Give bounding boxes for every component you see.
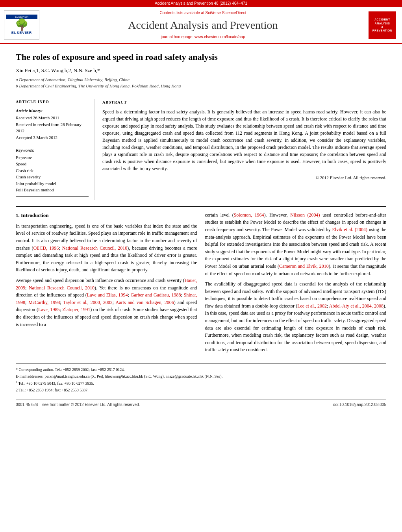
article-info-panel: ARTICLE INFO Article history: Received 2… [16,99,94,200]
revised-date: Received in revised form 28 February 201… [16,121,89,134]
sciverse-name[interactable]: SciVerse ScienceDirect [206,11,246,15]
authors-text: Xin Pei a,1, S.C. Wong b,2, N.N. Sze b,* [16,67,100,73]
keyword-2: Speed [16,161,89,167]
ref-lave[interactable]: Lave and Elias, 1994 [87,292,128,298]
ref-garber[interactable]: Garber and Gadirau, 1988 [131,292,181,298]
footnote-tel1: 1 Tel.: +86 10 6279 5043; fax: +86 10 62… [16,380,386,386]
journal-citation-bar: Accident Analysis and Prevention 48 (201… [0,0,402,7]
body-left-col: 1. Introduction In transportation engine… [16,211,197,357]
history-label: Article history: [16,108,89,114]
authors-line: Xin Pei a,1, S.C. Wong b,2, N.N. Sze b,* [16,67,386,74]
elsevier-logo: ELSEVIER 🌳 ELSEVIER [4,10,39,40]
body-para-2: Average speed and speed dispersion both … [16,277,197,328]
divider-1 [16,144,89,144]
body-section: 1. Introduction In transportation engine… [16,206,386,408]
journal-title: Accident Analysis and Prevention [128,17,278,33]
homepage-url[interactable]: www.elsevier.com/locate/aap [195,35,245,39]
abstract-heading: ABSTRACT [102,99,386,105]
abstract-text: Speed is a determining factor in road sa… [102,108,386,172]
article-info-heading: ARTICLE INFO [16,99,89,105]
ref-taylor[interactable]: Taylor et al., 2000, 2002 [63,300,112,305]
accepted-date: Accepted 3 March 2012 [16,134,89,141]
body-two-column: 1. Introduction In transportation engine… [16,211,386,357]
body-para-1: In transportation engineering, speed is … [16,222,197,274]
ref-oecd[interactable]: OECD, 1996 [33,245,59,251]
page-footer: 0001-4575/$ – see front matter © 2012 El… [16,399,386,408]
affiliation-b: b Department of Civil Engineering, The U… [16,83,386,89]
body-para-4: The availability of disaggregated speed … [205,280,387,354]
body-para-3: certain level (Solomon, 1964). However, … [205,211,387,277]
ref-abdel[interactable]: Abdel-Aty et al., 2004, 2008 [329,303,383,309]
journal-center-header: Contents lists available at SciVerse Sci… [43,10,363,40]
footnotes-section: * Corresponding author. Tel.: +852 2859 … [16,363,386,393]
divider-2 [16,196,89,197]
journal-logo-text: ACCIDENTANALYSIS&PREVENTION [372,18,393,32]
ref-aarts[interactable]: Aarts and van Schagen, 2006 [116,300,174,305]
homepage-link[interactable]: journal homepage: www.elsevier.com/locat… [161,34,245,40]
abstract-panel: ABSTRACT Speed is a determining factor i… [102,99,386,200]
ref-zlatoper[interactable]: Zlatoper, 1991 [62,307,90,312]
keyword-5: Joint probability model [16,180,89,187]
ref-solomon[interactable]: Solomon, 1964 [234,212,264,218]
journal-citation: Accident Analysis and Prevention 48 (201… [155,1,247,6]
elsevier-tree-icon: 🌳 [15,19,29,30]
footnote-email: E-mail addresses: peixn@mail.tsinghua.ed… [16,373,386,379]
footer-doi: doi:10.1016/j.aap.2012.03.005 [333,402,386,408]
keyword-3: Crash risk [16,167,89,174]
footnote-tel1-text: Tel.: +86 10 6279 5043; fax: +86 10 6277… [19,381,94,386]
keyword-4: Crash severity [16,174,89,180]
main-content: The roles of exposure and speed in road … [0,44,402,415]
journal-header: ELSEVIER 🌳 ELSEVIER Contents lists avail… [0,7,402,44]
section1-heading: 1. Introduction [16,211,197,219]
keyword-6: Full Bayesian method [16,187,89,193]
journal-logo-box: ACCIDENTANALYSIS&PREVENTION [369,11,396,39]
copyright-text: © 2012 Elsevier Ltd. All rights reserved… [102,174,386,181]
ref-nilsson[interactable]: Nilsson (2004) [290,212,320,218]
body-right-col: certain level (Solomon, 1964). However, … [205,211,387,357]
journal-logo-right: ACCIDENTANALYSIS&PREVENTION [367,10,398,40]
footnote-note2: 2 Tel.: +852 2859 1964; fax: +852 2559 5… [16,387,386,393]
ref-lave2[interactable]: Lave, 1985 [38,307,60,312]
keyword-1: Exposure [16,154,89,161]
keywords-label: Keywords: [16,147,89,153]
ref-mccarthy[interactable]: McCarthy, 1998 [28,300,60,305]
ref-nrc2[interactable]: National Research Council, 2010 [29,285,94,291]
ref-lee[interactable]: Lee et al., 2002 [297,303,327,309]
received-date: Received 26 March 2011 [16,115,89,121]
footnote-star: * Corresponding author. Tel.: +852 2859 … [16,367,386,373]
footer-issn: 0001-4575/$ – see front matter © 2012 El… [16,402,140,408]
elsevier-text: ELSEVIER [11,30,32,35]
affiliations: a Department of Automation, Tsinghua Uni… [16,76,386,89]
homepage-prefix: journal homepage: [161,35,195,39]
info-abstract-section: ARTICLE INFO Article history: Received 2… [16,95,386,200]
sciverse-link[interactable]: Contents lists available at SciVerse Sci… [159,10,246,16]
ref-cameron[interactable]: Cameron and Elvik, 2010 [279,263,329,269]
article-title: The roles of exposure and speed in road … [16,52,386,63]
ref-nrc[interactable]: National Research Council, 2010 [62,245,128,251]
sciverse-prefix: Contents lists available at [159,11,205,15]
affiliation-a: a Department of Automation, Tsinghua Uni… [16,76,386,83]
ref-elvik[interactable]: Elvik et al. (2004) [332,227,367,232]
